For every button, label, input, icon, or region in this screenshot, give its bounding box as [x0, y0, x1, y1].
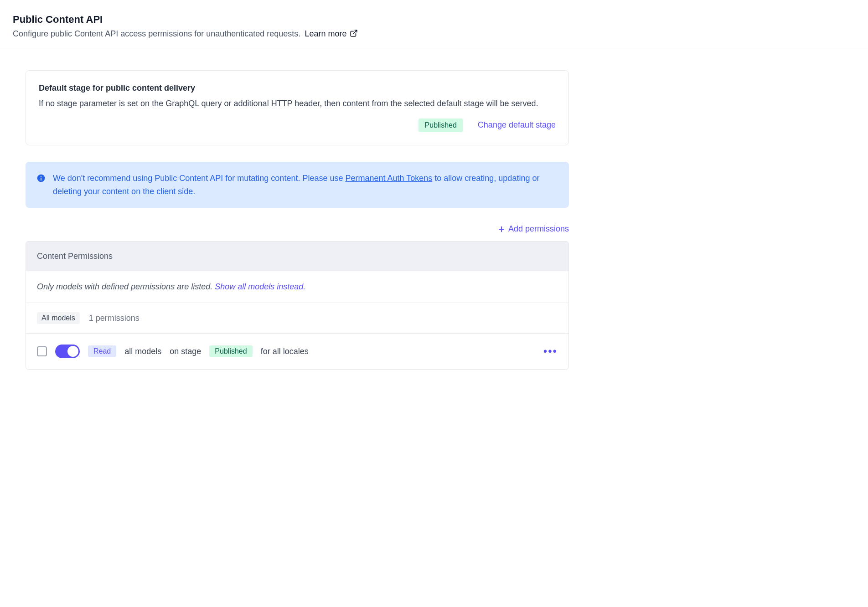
default-stage-badge: Published — [418, 118, 463, 132]
permission-toggle[interactable] — [55, 345, 80, 358]
external-link-icon — [350, 29, 358, 37]
permission-text-models: all models — [124, 347, 161, 356]
default-stage-desc: If no stage parameter is set on the Grap… — [39, 98, 556, 110]
permanent-auth-tokens-link[interactable]: Permanent Auth Tokens — [345, 174, 432, 183]
permission-action-badge: Read — [88, 345, 116, 357]
show-all-models-link[interactable]: Show all models instead. — [215, 282, 305, 291]
all-models-badge: All models — [37, 312, 80, 324]
svg-rect-3 — [41, 178, 41, 181]
info-icon — [36, 174, 46, 183]
content-permissions-panel: Content Permissions Only models with def… — [26, 241, 569, 370]
add-permissions-label: Add permissions — [508, 224, 569, 234]
default-stage-card: Default stage for public content deliver… — [26, 70, 569, 145]
permission-row: Read all models on stage Published for a… — [26, 334, 568, 369]
permission-checkbox[interactable] — [37, 346, 47, 356]
svg-point-2 — [41, 176, 41, 177]
permission-note-text: Only models with defined permissions are… — [37, 282, 215, 291]
page-subtitle: Configure public Content API access perm… — [13, 29, 855, 39]
learn-more-link[interactable]: Learn more — [305, 29, 358, 38]
permission-summary-row: All models 1 permissions — [26, 303, 568, 334]
plus-icon — [497, 225, 506, 233]
content-permissions-header: Content Permissions — [26, 242, 568, 271]
change-default-stage-link[interactable]: Change default stage — [478, 120, 556, 130]
learn-more-label: Learn more — [305, 29, 346, 38]
page-subtitle-text: Configure public Content API access perm… — [13, 29, 300, 38]
svg-line-0 — [353, 30, 357, 34]
permission-note: Only models with defined permissions are… — [26, 271, 568, 303]
permission-stage-badge: Published — [209, 345, 252, 357]
permission-text-onstage: on stage — [170, 347, 201, 356]
default-stage-title: Default stage for public content deliver… — [39, 83, 556, 93]
page-title: Public Content API — [13, 14, 855, 26]
add-permissions-button[interactable]: Add permissions — [497, 224, 569, 234]
info-text-before: We don't recommend using Public Content … — [53, 174, 345, 183]
permission-count: 1 permissions — [89, 314, 140, 323]
permission-row-more-button[interactable]: ••• — [543, 346, 558, 357]
permission-text-locales: for all locales — [261, 347, 309, 356]
info-banner: We don't recommend using Public Content … — [26, 162, 569, 208]
